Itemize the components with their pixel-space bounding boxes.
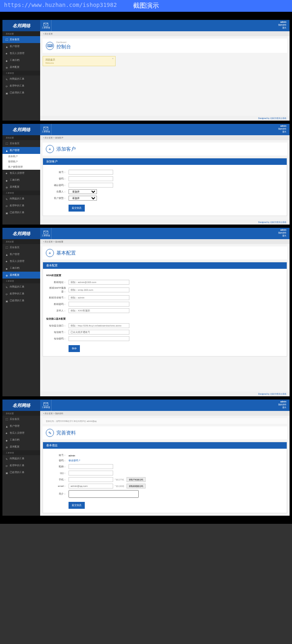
label-sender: 发件人：: [46, 309, 69, 313]
user-menu[interactable]: admin我的资料退出: [275, 124, 290, 135]
logout-link[interactable]: 退出: [278, 26, 286, 29]
nav-sub-manage[interactable]: 管理客户: [2, 159, 40, 164]
nav-t1[interactable]: ✎向我提的工单: [2, 455, 40, 462]
user-icon: ♟: [6, 45, 8, 48]
nav-customer[interactable]: ♟客户管理: [2, 251, 40, 258]
profile-link[interactable]: 我的资料: [278, 24, 286, 26]
input-mail-pwd[interactable]: [69, 302, 129, 307]
user-menu[interactable]: admin我的资料退出: [275, 400, 290, 411]
breadcrumb: • 后台首页: [40, 31, 290, 36]
input-password[interactable]: [69, 176, 113, 181]
nav-dashboard[interactable]: ⛶后台首页: [2, 416, 40, 423]
nav-header2: 工单管理: [2, 279, 40, 283]
nav-config[interactable]: ⚙基本配置: [2, 184, 40, 190]
nav-staff[interactable]: ♣售后人员管理: [2, 258, 40, 265]
logo[interactable]: 名邦网络: [2, 124, 40, 135]
mail-icon: [43, 402, 48, 406]
input-mail-user[interactable]: [69, 295, 129, 300]
nav-t2[interactable]: ⟳处理中的工单: [2, 462, 40, 469]
nav-config[interactable]: ⚙基本配置: [2, 272, 40, 279]
user-menu[interactable]: admin 我的资料 退出: [275, 20, 290, 31]
submit-button[interactable]: 提交信息: [69, 502, 85, 509]
nav-t3[interactable]: ▣已处理的工单: [2, 209, 40, 216]
submit-button[interactable]: 提交信息: [69, 205, 85, 212]
input-confirm[interactable]: [69, 183, 113, 188]
page-header: + 基本配置: [43, 246, 287, 259]
label-smtp: 邮箱SMTP服务器：: [46, 286, 69, 294]
input-mail-addr[interactable]: [69, 280, 129, 285]
nav-header: 系统设置: [2, 135, 40, 140]
nav-customer[interactable]: ♟客户管理: [2, 423, 40, 430]
mail-tab[interactable]: 工单管理: [40, 124, 52, 135]
input-sms-user[interactable]: [69, 330, 129, 335]
nav-archive[interactable]: ◆工单归档: [2, 265, 40, 272]
nav-t2[interactable]: ⟳处理中的工单: [2, 290, 40, 297]
home-icon: ⛶: [6, 39, 8, 41]
nav-config[interactable]: ⚙基本配置: [2, 64, 40, 71]
footer-link[interactable]: 名阳天维后台系统: [270, 117, 286, 119]
change-password-link[interactable]: 修改密码？: [69, 459, 81, 462]
nav-t3[interactable]: ▣已处理的工单: [2, 469, 40, 476]
input-sms-api[interactable]: [69, 323, 129, 328]
nav-t2[interactable]: ⟳处理中的工单: [2, 82, 40, 89]
footer: Designed by 名阳天维后台系统: [40, 220, 290, 225]
select-owner[interactable]: 请选择: [69, 189, 97, 194]
nav-t3[interactable]: ▣已处理的工单: [2, 89, 40, 96]
nav-archive[interactable]: ◆工单归档: [2, 437, 40, 443]
nav-t1[interactable]: ✎向我提的工单: [2, 195, 40, 202]
nav-staff[interactable]: ♣售后人员管理: [2, 170, 40, 177]
nav-customer[interactable]: ♟客户管理: [2, 43, 40, 50]
logo[interactable]: 名邦网络: [2, 20, 40, 31]
input-sms-pwd[interactable]: [69, 336, 129, 341]
nav-archive[interactable]: ◆工单归档: [2, 177, 40, 184]
page-header: ⌨ Dashboard控制台: [43, 39, 287, 53]
nav-sub-add[interactable]: 添加客户: [2, 154, 40, 159]
nav-dashboard[interactable]: ⛶后台首页: [2, 36, 40, 43]
nav-t2[interactable]: ⟳处理中的工单: [2, 202, 40, 209]
label-type: 客户类型：: [46, 197, 69, 200]
phone-tip: * 验证手机: [115, 478, 124, 481]
input-smtp[interactable]: [69, 287, 129, 292]
label-sms-api: 短信提交接口：: [46, 324, 69, 328]
mail-tab[interactable]: 工单管理: [40, 228, 52, 239]
mail-label: 工单管理: [42, 26, 50, 29]
nav-sub-type[interactable]: 客户类型管理: [2, 164, 40, 170]
nav-config[interactable]: ⚙基本配置: [2, 443, 40, 450]
input-phone[interactable]: [69, 477, 113, 482]
label-sms-user: 短信账号：: [46, 331, 69, 334]
save-button[interactable]: 保存: [69, 345, 80, 352]
nav-dashboard[interactable]: ⛶后台首页: [2, 140, 40, 147]
input-account[interactable]: [69, 170, 113, 175]
nav-archive[interactable]: ◆工单归档: [2, 57, 40, 64]
config-panel: 基本配置 MSN发送配置 邮箱地址： 邮箱SMTP服务器： 邮箱登录账号： 邮箱…: [43, 262, 287, 357]
label-confirm: 确认密码：: [46, 184, 69, 187]
nav-staff[interactable]: ♣售后人员管理: [2, 50, 40, 57]
nav-dashboard[interactable]: ⛶后台首页: [2, 244, 40, 251]
logo[interactable]: 名邦网络: [2, 400, 40, 411]
nav-customer[interactable]: ♟客户管理: [2, 147, 40, 154]
user-menu[interactable]: admin我的资料退出: [275, 228, 290, 239]
page-header: ✎ 完善资料: [43, 426, 287, 439]
nav-staff[interactable]: ♣售后人员管理: [2, 430, 40, 437]
close-icon[interactable]: ×: [112, 57, 114, 60]
nav-t3[interactable]: ▣已处理的工单: [2, 297, 40, 304]
input-email[interactable]: [69, 484, 113, 488]
mail-tab[interactable]: 工单管理: [40, 400, 52, 411]
get-phone-code-button[interactable]: 获取手机验证码: [127, 477, 146, 482]
mail-tab[interactable]: 工单管理: [40, 20, 52, 31]
logo[interactable]: 名邦网络: [2, 228, 40, 239]
alert-title: 消息提示: [45, 58, 113, 62]
alert-box: × 消息提示 Welcome: [43, 56, 116, 66]
input-qq[interactable]: [69, 471, 113, 475]
label-mail-pwd: 邮箱密码：: [46, 303, 69, 306]
input-bio[interactable]: [69, 490, 139, 498]
nav-header: 系统设置: [2, 239, 40, 244]
get-email-code-button[interactable]: 获取邮箱验证码: [127, 484, 146, 488]
nav-t1[interactable]: ✎向我提的工单: [2, 76, 40, 82]
input-nick[interactable]: [69, 464, 113, 469]
select-type[interactable]: 请选择: [69, 196, 97, 201]
input-sender[interactable]: [69, 308, 129, 313]
nav-t1[interactable]: ✎向我提的工单: [2, 283, 40, 290]
user-name: admin: [278, 21, 286, 24]
info-note: 登录名为：须写COOKIE名字工单名外用户名 admin@qq: [43, 418, 287, 424]
